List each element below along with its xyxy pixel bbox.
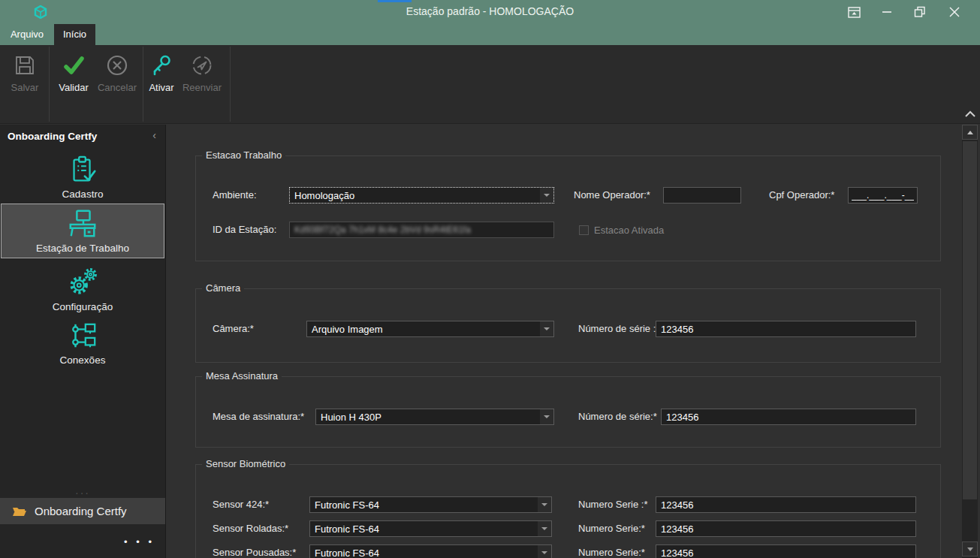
sensor-424-dropdown[interactable]: Futronic FS-64: [309, 496, 552, 513]
window-title: Estação padrão - HOMOLOGAÇÃO: [0, 5, 980, 17]
reenviar-button[interactable]: Reenviar: [179, 50, 225, 107]
sidebar-title: Onboarding Certfy: [8, 131, 97, 142]
salvar-button-label: Salvar: [11, 82, 39, 93]
camera-dropdown-value: Arquivo Imagem: [307, 324, 540, 335]
camera-dropdown[interactable]: Arquivo Imagem: [306, 321, 554, 337]
sensor-pousadas-dropdown[interactable]: Futronic FS-64: [309, 544, 552, 558]
sidebar-item-label: Configuração: [53, 301, 113, 312]
ribbon-separator: [49, 47, 50, 122]
ambiente-dropdown-value: Homologação: [290, 190, 540, 201]
ribbon-tab-strip: Arquivo Início: [0, 24, 980, 45]
sensor-roladas-dropdown[interactable]: Futronic FS-64: [309, 520, 552, 537]
sidebar-item-conexoes[interactable]: Conexões: [1, 316, 164, 371]
restore-button-icon[interactable]: [909, 3, 931, 21]
workstation-icon: [66, 208, 99, 240]
nome-operador-input[interactable]: [663, 187, 741, 204]
mesa-serie-input[interactable]: [661, 409, 916, 425]
camera-serie-input[interactable]: [656, 321, 916, 337]
dropdown-arrow-icon[interactable]: [538, 497, 551, 512]
sidebar-footer-item[interactable]: Onboarding Certfy: [0, 498, 165, 524]
check-icon: [61, 53, 86, 78]
scroll-down-icon[interactable]: [962, 541, 978, 556]
estacao-ativada-checkbox[interactable]: [579, 225, 589, 235]
sidebar-item-cadastro[interactable]: Cadastro: [1, 149, 164, 204]
dropdown-arrow-icon[interactable]: [540, 188, 553, 203]
sidebar-item-configuracao[interactable]: Configuração: [1, 262, 164, 317]
id-estacao-redacted-value: Kd93Bf72Qa 7h1xM 8c4e 2bVd 9sR4tE61fa: [294, 225, 553, 235]
nome-operador-label: Nome Operador:*: [574, 187, 650, 204]
validar-button[interactable]: Validar: [53, 50, 95, 107]
sidebar-footer-label: Onboarding Certfy: [35, 505, 127, 517]
sensor-roladas-serie-label: Numero Serie:*: [578, 520, 645, 537]
cpf-operador-label: Cpf Operador:*: [769, 187, 834, 204]
sensor-roladas-dropdown-value: Futronic FS-64: [310, 523, 538, 535]
cpf-operador-input[interactable]: [848, 187, 918, 204]
accent-strip: [378, 0, 412, 2]
cancelar-button[interactable]: Cancelar: [96, 50, 138, 107]
overflow-dots[interactable]: • • •: [124, 536, 155, 547]
collapse-sidebar-icon[interactable]: ‹: [152, 129, 156, 141]
title-bar[interactable]: Estação padrão - HOMOLOGAÇÃO: [0, 0, 980, 24]
sidebar-item-label: Cadastro: [62, 189, 104, 200]
mesa-assinatura-label: Mesa de assinatura:*: [213, 409, 304, 425]
sensor-pousadas-serie-input[interactable]: [656, 544, 916, 558]
ativar-button[interactable]: Ativar: [144, 50, 179, 107]
cancelar-button-label: Cancelar: [98, 82, 137, 93]
sensor-424-label: Sensor 424:*: [213, 496, 269, 513]
gears-icon: [66, 267, 99, 298]
splitter-grip[interactable]: ···: [0, 487, 165, 499]
minimize-button-icon[interactable]: [876, 3, 898, 21]
floppy-disk-icon: [12, 53, 38, 78]
tab-arquivo[interactable]: Arquivo: [0, 24, 54, 45]
resend-icon: [189, 53, 215, 78]
sensor-424-dropdown-value: Futronic FS-64: [310, 499, 538, 511]
group-title: Sensor Biométrico: [202, 458, 289, 469]
dropdown-arrow-icon[interactable]: [538, 521, 551, 536]
salvar-button[interactable]: Salvar: [4, 50, 46, 107]
sensor-pousadas-serie-label: Numero Serie:*: [578, 544, 645, 558]
group-title: Estacao Trabalho: [202, 149, 285, 161]
scrollbar-thumb[interactable]: [963, 141, 977, 499]
ambiente-label: Ambiente:: [213, 187, 257, 204]
sensor-roladas-serie-input[interactable]: [656, 520, 916, 537]
ribbon-separator: [143, 47, 143, 122]
mesa-dropdown-value: Huion H 430P: [316, 412, 540, 423]
ribbon: Salvar Validar Cancelar: [0, 45, 980, 124]
ambiente-dropdown[interactable]: Homologação: [289, 187, 554, 204]
sensor-roladas-label: Sensor Roladas:*: [213, 520, 288, 537]
dropdown-arrow-icon[interactable]: [540, 409, 553, 424]
ativar-button-label: Ativar: [149, 82, 173, 93]
sensor-pousadas-dropdown-value: Futronic FS-64: [310, 547, 538, 558]
sidebar-item-label: Conexões: [60, 354, 106, 366]
mesa-serie-label: Número de série:*: [578, 409, 657, 425]
dropdown-arrow-icon[interactable]: [540, 321, 553, 336]
scroll-up-icon[interactable]: [962, 125, 978, 140]
sidebar: Onboarding Certfy ‹ Cadastro: [0, 125, 166, 558]
network-icon: [66, 321, 99, 351]
estacao-ativada-label: Estacao Ativada: [594, 222, 664, 239]
clipboard-check-icon: [67, 154, 98, 185]
sensor-pousadas-label: Sensor Pousadas:*: [213, 544, 296, 558]
group-title: Câmera: [202, 282, 244, 294]
validar-button-label: Validar: [59, 82, 89, 93]
id-estacao-field[interactable]: Kd93Bf72Qa 7h1xM 8c4e 2bVd 9sR4tE61fa: [289, 222, 554, 238]
reenviar-button-label: Reenviar: [182, 82, 222, 93]
tab-inicio[interactable]: Início: [54, 24, 95, 45]
app-window: { "titlebar": { "title": "Estação padrão…: [0, 0, 980, 558]
dropdown-arrow-icon[interactable]: [538, 545, 551, 558]
group-title: Mesa Assinatura: [202, 370, 282, 382]
circle-x-icon: [104, 53, 130, 78]
camera-label: Câmera:*: [213, 321, 254, 337]
vertical-scrollbar[interactable]: [962, 125, 978, 558]
sensor-424-serie-label: Numero Serie :*: [578, 496, 647, 513]
camera-serie-label: Número de série :*: [578, 321, 659, 337]
sidebar-item-label: Estação de Trabalho: [36, 243, 129, 254]
dock-window-icon[interactable]: [843, 3, 865, 21]
sidebar-item-estacao-de-trabalho[interactable]: Estação de Trabalho: [1, 204, 164, 258]
group-estacao-trabalho: Estacao Trabalho: [195, 155, 941, 261]
collapse-ribbon-icon[interactable]: [964, 110, 976, 119]
close-button-icon[interactable]: [943, 3, 966, 21]
id-estacao-label: ID da Estação:: [213, 222, 276, 238]
mesa-assinatura-dropdown[interactable]: Huion H 430P: [315, 409, 554, 425]
sensor-424-serie-input[interactable]: [656, 496, 916, 513]
